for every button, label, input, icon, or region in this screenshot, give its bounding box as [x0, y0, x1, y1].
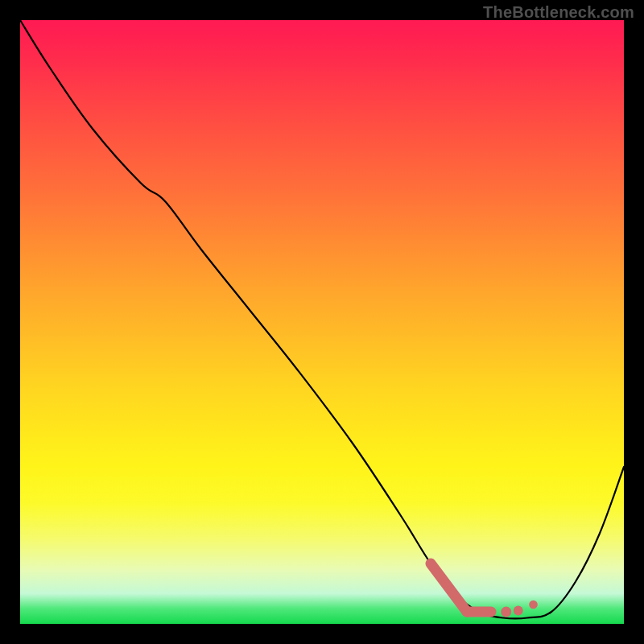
plot-area	[20, 20, 624, 624]
highlight-dot	[529, 601, 538, 609]
watermark-text: TheBottleneck.com	[483, 3, 634, 22]
bottleneck-curve	[20, 20, 624, 619]
highlight-segment	[431, 564, 467, 612]
highlight-dot	[514, 606, 523, 616]
chart-frame: TheBottleneck.com	[0, 0, 644, 644]
curve-layer	[20, 20, 624, 624]
highlight-dot	[501, 607, 511, 617]
highlight-group	[431, 564, 538, 617]
